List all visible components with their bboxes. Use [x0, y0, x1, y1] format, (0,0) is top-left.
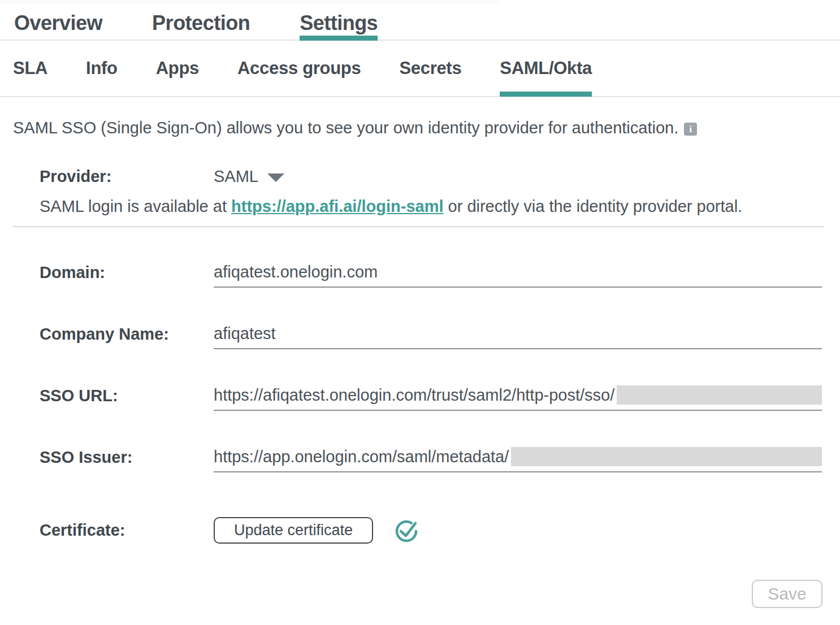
tab-saml-okta[interactable]: SAML/Okta — [500, 41, 592, 96]
tab-protection[interactable]: Protection — [152, 7, 250, 40]
company-name-row: Company Name: afiqatest — [0, 324, 840, 349]
domain-input[interactable]: afiqatest.onelogin.com — [214, 262, 822, 288]
domain-row: Domain: afiqatest.onelogin.com — [0, 262, 840, 288]
sso-issuer-row: SSO Issuer: https://app.onelogin.com/sam… — [0, 447, 840, 472]
section-divider — [13, 226, 824, 227]
certificate-valid-icon — [393, 517, 421, 544]
domain-label: Domain: — [40, 262, 214, 283]
tab-settings[interactable]: Settings — [300, 7, 378, 40]
description-text: SAML SSO (Single Sign-On) allows you to … — [13, 119, 678, 137]
saml-login-link[interactable]: https://app.afi.ai/login-saml — [231, 197, 443, 215]
sso-url-label: SSO URL: — [40, 385, 214, 406]
login-note-prefix: SAML login is available at — [40, 197, 231, 215]
provider-select[interactable]: SAML — [214, 166, 284, 186]
saml-login-note: SAML login is available at https://app.a… — [0, 196, 840, 217]
tab-access-groups[interactable]: Access groups — [237, 41, 361, 96]
tab-info[interactable]: Info — [86, 41, 118, 96]
update-certificate-button[interactable]: Update certificate — [214, 517, 373, 544]
save-button[interactable]: Save — [752, 580, 822, 608]
sso-url-input[interactable]: https://afiqatest.onelogin.com/trust/sam… — [214, 385, 822, 411]
company-name-label: Company Name: — [40, 324, 214, 344]
tab-secrets[interactable]: Secrets — [399, 41, 461, 96]
sso-issuer-input[interactable]: https://app.onelogin.com/saml/metadata/ — [214, 447, 822, 472]
saml-sso-description: SAML SSO (Single Sign-On) allows you to … — [13, 118, 827, 138]
domain-value: afiqatest.onelogin.com — [214, 262, 378, 281]
main-tab-bar: Overview Protection Settings — [0, 3, 840, 41]
sso-url-row: SSO URL: https://afiqatest.onelogin.com/… — [0, 385, 840, 411]
sso-issuer-label: SSO Issuer: — [40, 447, 214, 467]
company-name-input[interactable]: afiqatest — [214, 324, 822, 349]
certificate-label: Certificate: — [40, 517, 214, 544]
settings-sub-tab-bar: SLA Info Apps Access groups Secrets SAML… — [0, 41, 840, 97]
sso-issuer-value: https://app.onelogin.com/saml/metadata/ — [214, 447, 509, 466]
login-note-suffix: or directly via the identity provider po… — [443, 197, 742, 215]
chevron-down-icon — [267, 173, 284, 182]
sso-url-value: https://afiqatest.onelogin.com/trust/sam… — [214, 385, 614, 405]
tab-apps[interactable]: Apps — [156, 41, 199, 96]
provider-row: Provider: SAML — [0, 166, 840, 186]
company-name-value: afiqatest — [214, 324, 276, 343]
sso-url-redaction — [617, 385, 822, 405]
info-icon[interactable]: i — [684, 123, 697, 136]
provider-selected-value: SAML — [214, 166, 258, 186]
tab-sla[interactable]: SLA — [13, 41, 47, 96]
certificate-row: Certificate: Update certificate — [0, 517, 840, 544]
tab-overview[interactable]: Overview — [14, 7, 102, 40]
sso-issuer-redaction — [511, 447, 822, 466]
provider-label: Provider: — [40, 166, 214, 186]
